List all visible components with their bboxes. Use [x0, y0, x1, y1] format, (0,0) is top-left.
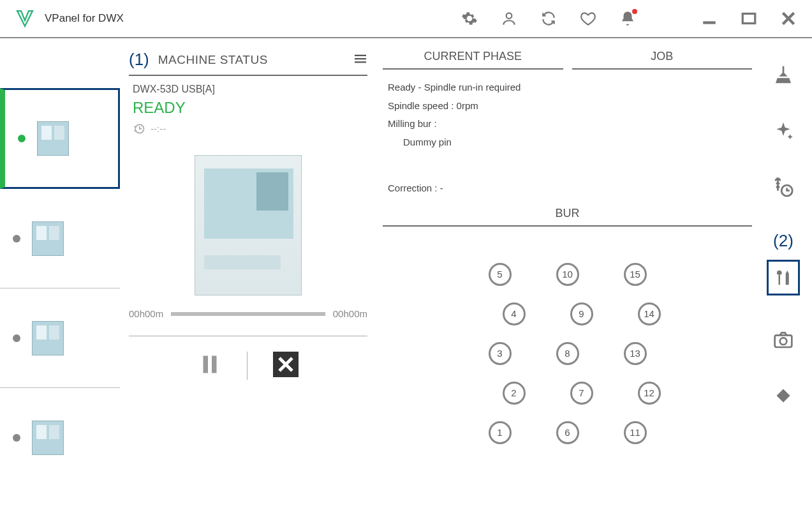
machine-elapsed: --:-- — [133, 122, 367, 135]
status-dot — [18, 135, 26, 142]
phase-line-bur-value: Dummy pin — [388, 133, 558, 152]
bur-node[interactable]: 12 — [638, 382, 661, 405]
machine-slot-4[interactable] — [0, 388, 120, 488]
machine-slot-2[interactable] — [0, 189, 120, 288]
phase-line-ready: Ready - Spindle run-in required — [388, 78, 558, 97]
bur-node[interactable]: 1 — [489, 421, 512, 444]
user-icon[interactable] — [501, 10, 517, 27]
bur-node[interactable]: 6 — [556, 421, 579, 444]
svg-rect-8 — [212, 356, 217, 373]
sparkle-icon[interactable] — [771, 119, 795, 143]
machine-info: DWX-53D USB[A] READY --:-- — [129, 84, 367, 135]
current-phase-body: Ready - Spindle run-in required Spindle … — [383, 78, 563, 198]
notification-dot — [632, 9, 637, 14]
bur-node[interactable]: 7 — [570, 382, 593, 405]
bur-header: BUR — [383, 207, 752, 227]
machine-slot-1[interactable] — [0, 88, 120, 189]
machine-status-header: (1) MACHINE STATUS — [129, 50, 367, 76]
machine-thumb-icon — [32, 421, 64, 455]
close-button[interactable] — [780, 10, 797, 27]
machine-status-panel: (1) MACHINE STATUS DWX-53D USB[A] READY … — [120, 38, 375, 508]
phase-line-speed: Spindle speed : 0rpm — [388, 97, 558, 116]
callout-1: (1) — [129, 50, 149, 70]
titlebar: VPanel for DWX — [0, 0, 812, 38]
svg-rect-1 — [703, 21, 716, 24]
camera-icon[interactable] — [771, 327, 795, 352]
machine-status-text: READY — [133, 99, 367, 117]
svg-rect-7 — [203, 356, 208, 373]
machine-thumb-icon — [32, 321, 64, 355]
right-side: CURRENT PHASE Ready - Spindle run-in req… — [375, 38, 812, 508]
machine-image — [195, 155, 302, 295]
milling-icon[interactable] — [771, 63, 795, 87]
machine-name: DWX-53D USB[A] — [133, 84, 367, 95]
svg-rect-4 — [355, 58, 366, 59]
stop-button[interactable] — [273, 352, 299, 380]
titlebar-icons — [461, 10, 797, 27]
bell-icon[interactable] — [619, 10, 636, 27]
machine-illustration — [129, 155, 367, 295]
bur-node[interactable]: 10 — [556, 263, 579, 286]
machine-status-title: MACHINE STATUS — [158, 53, 353, 67]
heart-icon[interactable] — [580, 10, 596, 27]
bur-col-1: 1 2 3 4 5 — [489, 255, 512, 452]
app-title: VPanel for DWX — [45, 12, 461, 25]
gear-icon[interactable] — [461, 10, 478, 27]
info-column: CURRENT PHASE Ready - Spindle run-in req… — [383, 50, 752, 508]
controls-row — [129, 336, 367, 395]
machine-thumb-icon — [37, 121, 69, 156]
bur-node[interactable]: 8 — [556, 342, 579, 365]
bur-node[interactable]: 15 — [624, 263, 647, 286]
machine-thumb-icon — [32, 221, 64, 256]
refresh-icon[interactable] — [540, 10, 557, 27]
status-dot — [13, 235, 20, 243]
status-dot — [13, 334, 20, 342]
status-dot — [13, 434, 20, 442]
minimize-button[interactable] — [701, 10, 718, 27]
svg-rect-2 — [742, 13, 755, 23]
bur-node[interactable]: 13 — [624, 342, 647, 365]
machine-list — [0, 38, 120, 508]
phase-line-bur: Milling bur : — [388, 115, 558, 133]
bur-node[interactable]: 2 — [503, 382, 526, 405]
schedule-icon[interactable] — [771, 175, 795, 199]
bur-col-3: 11 12 13 14 15 — [624, 255, 647, 452]
svg-point-12 — [780, 338, 787, 345]
menu-icon[interactable] — [353, 54, 367, 66]
job-card: JOB — [572, 50, 753, 198]
callout-2: (2) — [773, 231, 794, 251]
right-toolbar: (2) — [761, 50, 806, 508]
svg-point-0 — [506, 13, 512, 19]
current-phase-card: CURRENT PHASE Ready - Spindle run-in req… — [383, 50, 563, 198]
phase-line-correction: Correction : - — [388, 179, 558, 198]
tools-icon[interactable] — [767, 260, 800, 295]
machine-slot-3[interactable] — [0, 288, 120, 388]
progress-start: 00h00m — [129, 308, 163, 319]
bur-card: BUR 1 2 3 4 5 6 7 8 9 10 — [383, 207, 752, 509]
pause-button[interactable] — [198, 353, 221, 378]
elapsed-value: --:-- — [151, 123, 166, 134]
bur-grid: 1 2 3 4 5 6 7 8 9 10 11 — [383, 235, 752, 452]
svg-rect-3 — [355, 54, 366, 56]
app-logo — [15, 9, 34, 28]
info-row-top: CURRENT PHASE Ready - Spindle run-in req… — [383, 50, 752, 198]
bur-node[interactable]: 14 — [638, 303, 661, 325]
progress-row: 00h00m 00h00m — [129, 308, 367, 319]
main-area: (1) MACHINE STATUS DWX-53D USB[A] READY … — [0, 38, 812, 508]
bur-node[interactable]: 4 — [503, 303, 526, 325]
job-header: JOB — [572, 50, 753, 70]
maximize-button[interactable] — [741, 10, 757, 27]
svg-rect-5 — [355, 61, 366, 63]
bur-node[interactable]: 9 — [570, 303, 593, 325]
bur-node[interactable]: 5 — [489, 263, 512, 286]
progress-end: 00h00m — [333, 308, 367, 319]
bur-node[interactable]: 11 — [624, 421, 647, 444]
diamond-icon[interactable] — [771, 384, 795, 408]
bur-node[interactable]: 3 — [489, 342, 512, 365]
divider — [247, 352, 247, 380]
progress-bar[interactable] — [171, 312, 325, 316]
bur-col-2: 6 7 8 9 10 — [556, 255, 579, 452]
current-phase-header: CURRENT PHASE — [383, 50, 563, 70]
